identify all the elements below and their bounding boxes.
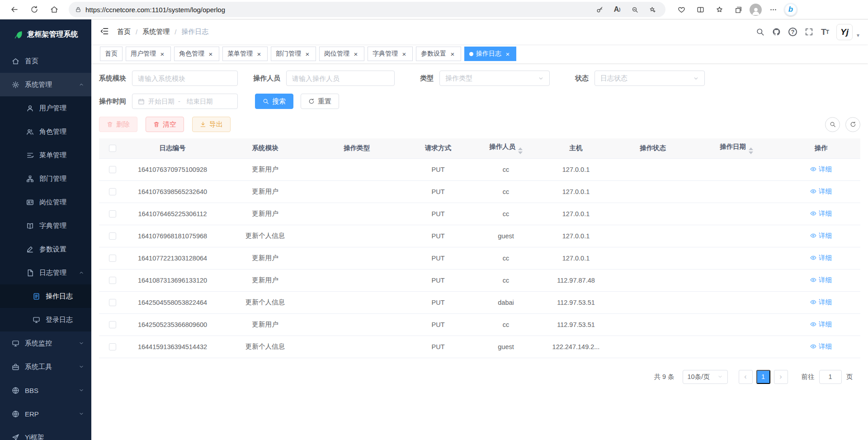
tab-close-icon[interactable]: × <box>504 51 511 57</box>
app-logo[interactable]: 意框架管理系统 <box>0 19 91 49</box>
sidebar-item-operation-log[interactable]: 操作日志 <box>0 284 91 308</box>
browser-profile-avatar[interactable] <box>750 4 762 16</box>
tab-close-icon[interactable]: × <box>255 51 263 57</box>
row-checkbox[interactable] <box>109 188 116 195</box>
split-screen-icon[interactable] <box>693 2 708 17</box>
operator-input[interactable] <box>286 71 395 86</box>
page-size-select[interactable]: 10条/页 <box>683 370 728 384</box>
row-checkbox[interactable] <box>109 277 116 284</box>
row-checkbox[interactable] <box>109 299 116 306</box>
table-row[interactable]: 1641076465225306112 更新用户 PUT cc 127.0.0.… <box>99 203 860 225</box>
toggle-search-button[interactable] <box>825 117 840 132</box>
sidebar-item-role-management[interactable]: 角色管理 <box>0 120 91 143</box>
status-select[interactable]: 日志状态 <box>594 71 705 86</box>
clear-button[interactable]: 清空 <box>146 117 184 132</box>
sidebar-item-erp[interactable]: ERP <box>0 402 91 426</box>
favorites-icon[interactable] <box>712 2 727 17</box>
sort-carets-icon[interactable] <box>518 147 523 154</box>
tab-close-icon[interactable]: × <box>401 51 408 57</box>
detail-link[interactable]: 详细 <box>810 232 832 240</box>
tab-close-icon[interactable]: × <box>352 51 359 57</box>
sidebar-item-post-management[interactable]: 岗位管理 <box>0 190 91 214</box>
bing-copilot-icon[interactable]: b <box>784 3 797 16</box>
question-icon[interactable]: ? <box>788 28 797 36</box>
prev-page-button[interactable]: ‹ <box>739 370 753 384</box>
sidebar-item-system-monitor[interactable]: 系统监控 <box>0 331 91 355</box>
type-select[interactable]: 操作类型 <box>439 71 550 86</box>
detail-link[interactable]: 详细 <box>810 209 832 218</box>
sidebar-item-home[interactable]: 首页 <box>0 49 91 73</box>
sidebar-item-parameter-settings[interactable]: 参数设置 <box>0 237 91 261</box>
page-tab[interactable]: 参数设置 × <box>416 47 461 61</box>
browser-home-button[interactable] <box>45 2 63 17</box>
delete-button[interactable]: 删除 <box>99 117 137 132</box>
header-search-icon[interactable] <box>756 28 764 36</box>
password-key-icon[interactable] <box>593 3 606 16</box>
sidebar-item-dict-management[interactable]: 字典管理 <box>0 214 91 237</box>
table-row[interactable]: 1644159136394514432 更新个人信息 PUT guest 122… <box>99 336 860 358</box>
row-checkbox[interactable] <box>109 321 116 328</box>
sidebar-collapse-icon[interactable] <box>100 27 109 37</box>
sidebar-item-department-management[interactable]: 部门管理 <box>0 167 91 190</box>
tab-close-icon[interactable]: × <box>159 51 166 57</box>
sidebar-item-system-management[interactable]: 系统管理 <box>0 73 91 96</box>
github-icon[interactable] <box>772 28 781 36</box>
sidebar-item-menu-management[interactable]: 菜单管理 <box>0 143 91 167</box>
page-tab[interactable]: 菜单管理 × <box>222 47 268 61</box>
page-tab[interactable]: 部门管理 × <box>271 47 316 61</box>
fullscreen-icon[interactable] <box>805 28 813 36</box>
table-row[interactable]: 1642504558053822464 更新个人信息 PUT dabai 112… <box>99 291 860 313</box>
browser-refresh-button[interactable] <box>25 2 43 17</box>
collections-icon[interactable] <box>731 2 746 17</box>
font-size-icon[interactable]: TT <box>821 27 829 37</box>
user-avatar-logo[interactable]: Yj <box>836 24 853 40</box>
search-button[interactable]: 搜索 <box>255 94 293 109</box>
detail-link[interactable]: 详细 <box>810 187 832 196</box>
detail-link[interactable]: 详细 <box>810 342 832 351</box>
next-page-button[interactable]: › <box>774 370 788 384</box>
page-tab[interactable]: 岗位管理 × <box>319 47 364 61</box>
sidebar-item-login-log[interactable]: 登录日志 <box>0 308 91 331</box>
refresh-table-button[interactable] <box>845 117 860 132</box>
table-row[interactable]: 1642505235366809600 更新用户 PUT cc 112.97.5… <box>99 313 860 336</box>
detail-link[interactable]: 详细 <box>810 276 832 284</box>
page-tab[interactable]: 字典管理 × <box>368 47 413 61</box>
detail-link[interactable]: 详细 <box>810 320 832 329</box>
page-number-1[interactable]: 1 <box>756 370 770 384</box>
reset-button[interactable]: 重置 <box>301 94 339 109</box>
page-tab[interactable]: 操作日志 × <box>464 47 516 61</box>
row-checkbox[interactable] <box>109 343 116 350</box>
page-tab[interactable]: 角色管理 × <box>174 47 219 61</box>
page-tab[interactable]: 首页 × <box>100 47 123 61</box>
lock-icon[interactable] <box>75 6 81 13</box>
address-bar[interactable]: https://ccnetcore.com:1101/system/log/op… <box>69 2 665 17</box>
tab-close-icon[interactable]: × <box>304 51 311 57</box>
row-checkbox[interactable] <box>109 232 116 240</box>
table-row[interactable]: 1641076968181075968 更新个人信息 PUT guest 127… <box>99 225 860 247</box>
read-aloud-icon[interactable]: A) <box>610 3 624 16</box>
row-checkbox[interactable] <box>109 166 116 173</box>
row-checkbox[interactable] <box>109 255 116 262</box>
sidebar-item-system-tools[interactable]: 系统工具 <box>0 355 91 378</box>
table-row[interactable]: 1641076370975100928 更新用户 PUT cc 127.0.0.… <box>99 158 860 180</box>
add-favorite-icon[interactable] <box>646 3 659 16</box>
select-all-checkbox[interactable] <box>109 145 116 152</box>
page-tab[interactable]: 用户管理 × <box>126 47 171 61</box>
sort-carets-icon[interactable] <box>749 147 753 154</box>
goto-page-input[interactable] <box>819 370 842 384</box>
avatar-caret-icon[interactable]: ▾ <box>857 32 859 38</box>
detail-link[interactable]: 详细 <box>810 298 832 307</box>
browser-menu-icon[interactable] <box>765 2 781 17</box>
zoom-out-icon[interactable] <box>628 3 642 16</box>
browser-back-button[interactable] <box>5 2 24 17</box>
row-checkbox[interactable] <box>109 210 116 218</box>
table-row[interactable]: 1641077221303128064 更新用户 PUT cc 127.0.0.… <box>99 247 860 269</box>
tab-close-icon[interactable]: × <box>207 51 214 57</box>
table-row[interactable]: 1641076398565232640 更新用户 PUT cc 127.0.0.… <box>99 180 860 203</box>
module-input[interactable] <box>132 71 238 86</box>
breadcrumb-home[interactable]: 首页 <box>117 28 131 36</box>
tab-close-icon[interactable]: × <box>449 51 456 57</box>
detail-link[interactable]: 详细 <box>810 254 832 262</box>
url-text[interactable]: https://ccnetcore.com:1101/system/log/op… <box>85 6 589 14</box>
sidebar-item-yi-framework[interactable]: Yi框架 <box>0 426 91 440</box>
